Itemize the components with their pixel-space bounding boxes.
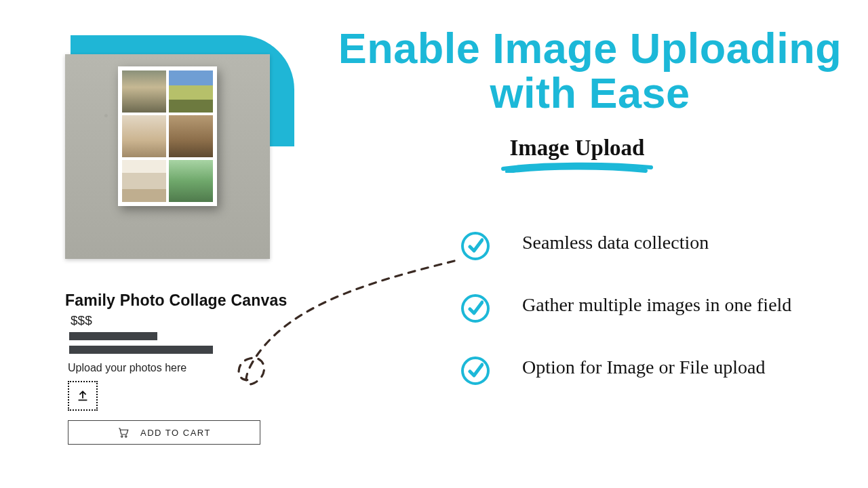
feature-item: Option for Image or File upload [461, 355, 841, 385]
feature-item: Gather multiple images in one field [461, 293, 841, 323]
svg-point-1 [125, 436, 127, 437]
upload-dropzone[interactable] [68, 381, 98, 411]
product-price: $$$ [71, 313, 92, 328]
decorative-arrow [217, 258, 461, 400]
feature-item: Seamless data collection [461, 230, 841, 260]
svg-point-0 [121, 436, 123, 437]
product-image [65, 54, 270, 259]
check-icon [461, 294, 490, 323]
collage-tile [122, 70, 166, 113]
upload-field-label: Upload your photos here [68, 362, 186, 374]
collage-tile [122, 115, 166, 157]
check-icon [461, 232, 490, 260]
product-title: Family Photo Collage Canvas [65, 291, 287, 310]
collage-tile [169, 70, 213, 113]
feature-text: Option for Image or File upload [522, 355, 765, 380]
description-placeholder-line [69, 332, 157, 340]
upload-icon [75, 388, 90, 403]
feature-text: Gather multiple images in one field [522, 293, 791, 317]
cart-icon [117, 426, 130, 439]
check-icon [461, 357, 490, 385]
headline: Enable Image Uploading with Ease [332, 26, 848, 115]
feature-list: Seamless data collection Gather multiple… [461, 230, 841, 385]
subhead: Image Upload [500, 136, 654, 161]
collage-tile [169, 160, 213, 202]
subhead-underline [500, 162, 654, 173]
add-to-cart-button[interactable]: ADD TO CART [68, 420, 260, 445]
collage-tile [122, 160, 166, 202]
subhead-block: Image Upload [500, 136, 654, 176]
collage-canvas [118, 66, 217, 206]
feature-text: Seamless data collection [522, 230, 709, 255]
description-placeholder-line [69, 346, 213, 354]
add-to-cart-label: ADD TO CART [140, 428, 211, 438]
collage-tile [169, 115, 213, 157]
